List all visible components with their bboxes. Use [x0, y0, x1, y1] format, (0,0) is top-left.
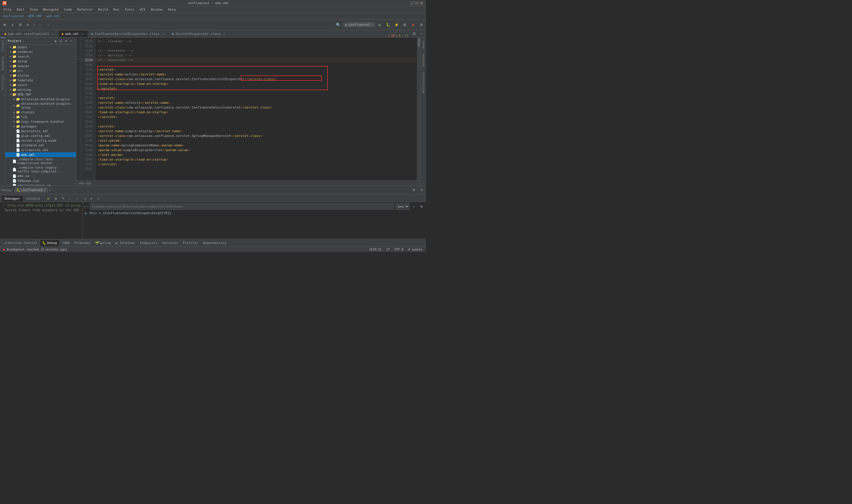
tree-item-server-config[interactable]: ▶📄server-config.wsdd [5, 138, 76, 143]
settings-watch-btn[interactable]: ⚙ [418, 203, 425, 210]
menu-code[interactable]: Code [61, 7, 74, 12]
tab-webxml-close[interactable]: ✕ [81, 32, 85, 36]
menu-refactor[interactable]: Refactor [75, 7, 95, 12]
close-button[interactable]: ✕ [419, 1, 424, 5]
debug-session-dropdown[interactable]: 🐛 confluence2 ▾ [14, 187, 48, 193]
tree-item-administrators-vm[interactable]: ▶📄administrators.vm [5, 183, 76, 186]
step-into-button[interactable]: ↓ [67, 195, 73, 202]
tab-console[interactable]: Console [23, 195, 43, 202]
tab-servlet-dispatcher[interactable]: ● ServletDispatcher.class ✕ [169, 30, 230, 37]
stop-button[interactable]: ■ [410, 21, 417, 29]
tree-item-users[interactable]: ▶📁users [5, 83, 76, 87]
run-to-cursor-button[interactable]: →| [81, 195, 87, 202]
tree-item-src[interactable]: ▶📁src [5, 68, 76, 73]
debug-session-close[interactable]: ✕ [49, 189, 51, 192]
tab-debugger[interactable]: Debugger [1, 195, 23, 202]
tree-item-webxml-selected[interactable]: ▶📄web.xml [5, 152, 76, 157]
bottom-tab-debug[interactable]: 🐛 Debug [40, 240, 59, 246]
toolbar-add-button[interactable]: ⊕ [1, 21, 8, 29]
scrollbar-thumb[interactable] [418, 38, 420, 47]
search-everywhere-button[interactable]: 🔍 [335, 21, 342, 29]
tree-item-urlrewrite[interactable]: ▶📄urlrewrite.xml [5, 148, 76, 152]
resume-button[interactable]: ▶ [45, 195, 52, 202]
cursor-position[interactable]: 1529:22 [368, 248, 383, 251]
debug-settings-button[interactable]: ⚙ [411, 187, 417, 194]
tree-item-spaces[interactable]: ▶📁spaces [5, 64, 76, 68]
bottom-tab-spring[interactable]: 🌱 Spring [93, 240, 113, 246]
add-watch-button[interactable]: + [95, 195, 102, 202]
bottom-tab-version-control[interactable]: ⎇ Version Control [1, 240, 40, 246]
tree-item-lib[interactable]: ▶📁lib [5, 114, 76, 119]
tree-item-search[interactable]: ▶📁search [5, 54, 76, 59]
tree-item-template[interactable]: ▶📁template [5, 78, 76, 83]
language-select[interactable]: Java [395, 203, 410, 210]
menu-build[interactable]: Build [96, 7, 110, 12]
tree-item-styles[interactable]: ▶📁styles [5, 73, 76, 78]
menu-file[interactable]: File [1, 7, 14, 12]
step-over-button[interactable]: ↷ [59, 195, 66, 202]
sidebar-close-button[interactable]: ✕ [69, 39, 74, 43]
pause-button[interactable]: ⏸ [52, 195, 59, 202]
tree-item-compile-less-legacy[interactable]: ▶📄.compile-less-legacy-suffix.less-compi… [5, 165, 76, 174]
breadcrumb-file[interactable]: web.xml [46, 14, 60, 18]
tree-item-500jsp[interactable]: ▶📄500page.jsp [5, 178, 76, 183]
left-tab-bookmarks[interactable]: Bookmarks [1, 54, 5, 72]
maximize-button[interactable]: □ [415, 1, 419, 5]
right-tab-maven[interactable]: Maven [421, 39, 425, 50]
run-button[interactable]: ▶ [376, 21, 383, 29]
tree-item-atlassian-bundled-setup[interactable]: ▶📁atlassian-bundled-plugins-setup [5, 102, 76, 110]
tree-item-glue-config[interactable]: ▶📄glue-config.xml [5, 133, 76, 138]
charset[interactable]: UTF-8 [394, 248, 405, 251]
tree-item-atlassian-bundled[interactable]: ▶📁atlassian-bundled-plugins [5, 97, 76, 102]
menu-navigate[interactable]: Navigate [41, 7, 61, 12]
tree-item-pages[interactable]: ▶📁pages [5, 45, 76, 49]
tree-item-sitemesh[interactable]: ▶📄sitemesh.xml [5, 143, 76, 148]
tab-servletdisp-close[interactable]: ✕ [222, 32, 226, 36]
toolbar-settings-button[interactable]: ⚙ [17, 21, 24, 29]
left-tab-structure[interactable]: Structure [1, 73, 5, 91]
tree-item-404vm[interactable]: ▶📄404.vm [5, 174, 76, 178]
tree-item-webinf[interactable]: ▼📂WEB-INF [5, 92, 76, 97]
settings-gear-button[interactable]: ⚙ [418, 21, 425, 29]
tab-expand-button[interactable]: ↕ [418, 30, 425, 37]
menu-view[interactable]: View [28, 7, 40, 12]
menu-vcs[interactable]: VCS [137, 7, 148, 12]
profile-button[interactable]: ⚡ [393, 21, 400, 29]
line-ending[interactable]: LF [385, 248, 391, 251]
sidebar-collapse-button[interactable]: ⊟ [58, 39, 63, 43]
bottom-tab-services[interactable]: Services [160, 240, 180, 246]
debug-close-button[interactable]: ✕ [418, 187, 425, 194]
sidebar-settings-button[interactable]: ⚙ [64, 39, 68, 43]
menu-edit[interactable]: Edit [15, 7, 27, 12]
left-tab-project[interactable]: Project [1, 38, 5, 53]
tree-item-compile-less[interactable]: ▶📄.compile-less.less-compilation-marker [5, 157, 76, 165]
bottom-tab-todo[interactable]: TODO [59, 240, 72, 246]
tree-item-packages[interactable]: ▶📁packages [5, 124, 76, 129]
tree-item-warning[interactable]: ▶📁warning [5, 87, 76, 92]
step-out-button[interactable]: ↑ [74, 195, 80, 202]
tree-item-setup[interactable]: ▶📁setup [5, 59, 76, 64]
breadcrumb-webinf[interactable]: WEB-INF [28, 14, 42, 18]
bottom-tab-terminal[interactable]: ▶_ Terminal [113, 240, 138, 246]
bottom-tab-dependencies[interactable]: Dependencies [201, 240, 229, 246]
tab-pom-xml[interactable]: ● pom.xml (confluence2) ✕ [1, 30, 58, 37]
bottom-tab-problems[interactable]: Problems [72, 240, 93, 246]
sidebar-locate-button[interactable]: ◉ [53, 39, 58, 43]
right-tab-notifications[interactable]: Notifications [421, 70, 425, 94]
breadcrumb-project[interactable]: confluence2 [2, 14, 24, 18]
evaluate-input[interactable] [90, 203, 394, 210]
menu-run[interactable]: Run [111, 7, 122, 12]
indent-size[interactable]: 4 spaces [407, 248, 424, 251]
run-config-dropdown[interactable]: ▶ confluence2 ▾ [343, 22, 375, 27]
tree-item-classes[interactable]: ▶📁classes [5, 110, 76, 114]
evaluate-button[interactable]: ≡ [88, 195, 94, 202]
bottom-tab-profiler[interactable]: Profiler [180, 240, 201, 246]
tree-item-osgi[interactable]: ▶📁osgi-framework-bundles [5, 119, 76, 124]
coverage-button[interactable]: ⊞ [401, 21, 408, 29]
tab-settings-button[interactable]: ⚙ [411, 30, 418, 37]
add-watch-plus[interactable]: + [411, 203, 417, 210]
menu-help[interactable]: Help [166, 7, 178, 12]
menu-tools[interactable]: Tools [122, 7, 137, 12]
toolbar-close-button[interactable]: ✕ [24, 21, 31, 29]
minimize-button[interactable]: ─ [410, 1, 414, 5]
